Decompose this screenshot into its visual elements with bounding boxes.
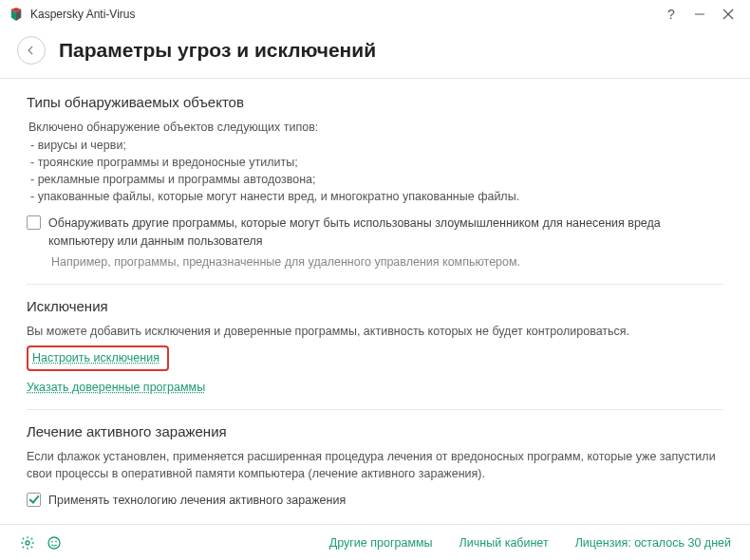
- window-title: Kaspersky Anti-Virus: [30, 8, 657, 21]
- minimize-icon[interactable]: [685, 0, 714, 28]
- section-active-disinfection-title: Лечение активного заражения: [27, 421, 723, 442]
- page-header: Параметры угроз и исключений: [0, 28, 750, 79]
- help-icon[interactable]: ?: [657, 0, 685, 28]
- detection-list-item: - троянские программы и вредоносные утил…: [30, 154, 723, 171]
- divider: [27, 409, 723, 410]
- app-logo-icon: [9, 8, 23, 21]
- svg-point-5: [26, 541, 29, 545]
- section-detected-types-title: Типы обнаруживаемых объектов: [27, 92, 723, 113]
- svg-point-7: [51, 540, 53, 542]
- footer-bar: Другие программы Личный кабинет Лицензия…: [0, 524, 750, 560]
- detect-other-programs-checkbox[interactable]: [27, 215, 41, 230]
- support-icon[interactable]: [46, 534, 63, 551]
- detection-list-item: - вирусы и черви;: [30, 137, 723, 154]
- detection-list-item: - упакованные файлы, которые могут нанес…: [30, 188, 723, 205]
- detect-other-programs-label: Обнаруживать другие программы, которые м…: [48, 215, 723, 249]
- page-title: Параметры угроз и исключений: [59, 39, 376, 62]
- footer-other-programs-link[interactable]: Другие программы: [329, 536, 433, 550]
- content-area: Типы обнаруживаемых объектов Включено об…: [0, 79, 750, 517]
- configure-exclusions-link[interactable]: Настроить исключения: [32, 349, 159, 366]
- close-icon[interactable]: [714, 0, 742, 28]
- svg-point-6: [48, 537, 60, 549]
- trusted-programs-link[interactable]: Указать доверенные программы: [27, 379, 205, 396]
- active-disinfection-label: Применять технологию лечения активного з…: [48, 492, 346, 509]
- detect-other-programs-example: Например, программы, предназначенные для…: [51, 253, 723, 271]
- section-active-disinfection-intro: Если флажок установлен, применяется расш…: [27, 448, 723, 482]
- settings-gear-icon[interactable]: [19, 534, 36, 551]
- titlebar: Kaspersky Anti-Virus ?: [0, 0, 750, 28]
- detection-list-item: - рекламные программы и программы автодо…: [30, 171, 723, 188]
- section-detected-types-intro: Включено обнаружение объектов следующих …: [28, 119, 723, 136]
- configure-exclusions-highlight: Настроить исключения: [27, 345, 169, 371]
- footer-account-link[interactable]: Личный кабинет: [459, 536, 549, 550]
- active-disinfection-row: Применять технологию лечения активного з…: [27, 492, 723, 509]
- back-button[interactable]: [17, 36, 46, 65]
- section-exclusions-intro: Вы можете добавить исключения и доверенн…: [27, 323, 723, 340]
- svg-point-8: [55, 540, 57, 542]
- detect-other-programs-row: Обнаруживать другие программы, которые м…: [27, 215, 723, 249]
- footer-license-link[interactable]: Лицензия: осталось 30 дней: [575, 536, 731, 550]
- active-disinfection-checkbox[interactable]: [27, 493, 41, 507]
- divider: [27, 284, 723, 285]
- section-exclusions-title: Исключения: [27, 296, 723, 317]
